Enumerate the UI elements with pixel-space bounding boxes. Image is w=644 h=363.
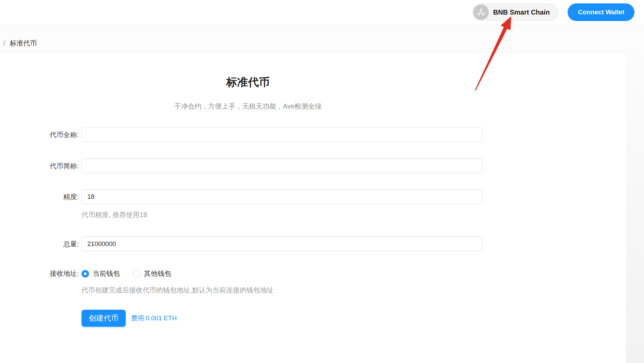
- receive-address-help-text: 代币创建完成后接收代币的钱包地址,默认为当前连接的钱包地址: [82, 286, 626, 295]
- form-row-token-symbol: 代币简称:: [0, 158, 626, 173]
- breadcrumb: / 标准代币: [0, 25, 644, 54]
- token-name-input[interactable]: [82, 127, 482, 142]
- token-symbol-label: 代币简称:: [0, 161, 79, 171]
- radio-current-wallet-label: 当前钱包: [93, 269, 120, 278]
- title-block: 标准代币 干净合约，方便上手，无税无功能，Ave检测全绿: [0, 76, 496, 111]
- breadcrumb-separator: /: [3, 39, 5, 47]
- total-supply-label: 总量:: [0, 240, 79, 249]
- token-form: 代币全称: 代币简称: 精度: 代币精度, 推荐使用18 总量: 接收地: [0, 127, 626, 327]
- form-row-token-name: 代币全称:: [0, 127, 626, 142]
- page-subtitle: 干净合约，方便上手，无税无功能，Ave检测全绿: [0, 102, 496, 111]
- radio-other-wallet-icon: [133, 270, 140, 278]
- radio-current-wallet-icon: [82, 270, 89, 278]
- submit-row: 创建代币 费用:0.001 ETH: [82, 310, 626, 327]
- content-card: 标准代币 干净合约，方便上手，无税无功能，Ave检测全绿 代币全称: 代币简称:…: [0, 54, 626, 363]
- network-nodes-icon: [473, 4, 489, 20]
- chain-selector-label: BNB Smart Chain: [493, 8, 550, 16]
- breadcrumb-current: 标准代币: [10, 39, 37, 48]
- decimals-input[interactable]: [82, 189, 482, 204]
- form-row-receive-address: 接收地址: 当前钱包 其他钱包: [0, 269, 626, 278]
- token-symbol-input[interactable]: [82, 158, 482, 173]
- receive-address-radio-group: 当前钱包 其他钱包: [82, 269, 171, 278]
- chain-selector[interactable]: BNB Smart Chain: [472, 3, 559, 21]
- connect-wallet-button[interactable]: Connect Wallet: [568, 3, 634, 21]
- total-supply-input[interactable]: [82, 236, 482, 251]
- create-token-button[interactable]: 创建代币: [82, 310, 126, 327]
- decimals-label: 精度:: [0, 192, 79, 202]
- radio-option-current-wallet[interactable]: 当前钱包: [82, 269, 120, 278]
- fee-text: 费用:0.001 ETH: [131, 314, 177, 323]
- top-header: BNB Smart Chain Connect Wallet: [0, 0, 644, 25]
- form-row-decimals: 精度:: [0, 189, 626, 204]
- radio-other-wallet-label: 其他钱包: [144, 269, 171, 278]
- decimals-help-text: 代币精度, 推荐使用18: [82, 210, 626, 219]
- radio-option-other-wallet[interactable]: 其他钱包: [133, 269, 171, 278]
- receive-address-label: 接收地址:: [0, 269, 79, 278]
- page-title: 标准代币: [0, 76, 496, 88]
- token-name-label: 代币全称:: [0, 130, 79, 139]
- form-row-total-supply: 总量:: [0, 236, 626, 251]
